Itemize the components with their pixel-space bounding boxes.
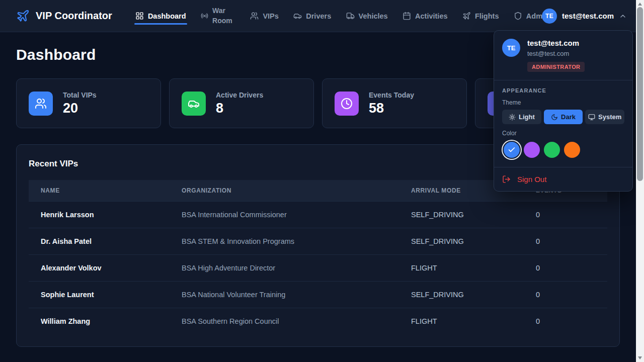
nav-item-dashboard[interactable]: Dashboard	[135, 12, 186, 20]
stat-label: Events Today	[369, 91, 414, 99]
nav-item-flights[interactable]: Flights	[462, 12, 499, 20]
nav-item-vehicles[interactable]: Vehicles	[346, 12, 388, 20]
table-row[interactable]: Alexander Volkov BSA High Adventure Dire…	[29, 255, 607, 282]
vip-arrival-mode: SELF_DRIVING	[399, 228, 524, 255]
brand-name: VIP Coordinator	[36, 10, 112, 22]
sign-out-button[interactable]: Sign Out	[494, 167, 632, 191]
app-logo-plane-icon	[16, 9, 30, 23]
avatar: TE	[502, 39, 520, 57]
log-out-icon	[502, 175, 511, 184]
nav-item-label: Activities	[415, 12, 447, 20]
nav-item-activities[interactable]: Activities	[403, 12, 447, 20]
vip-events: 0	[524, 202, 607, 228]
stat-label: Total VIPs	[63, 91, 97, 99]
user-email: test@test.com	[527, 50, 585, 57]
vip-name: Dr. Aisha Patel	[29, 228, 170, 255]
nav-item-label: Dashboard	[148, 12, 186, 20]
theme-button-label: System	[598, 113, 621, 121]
nav-item-label: Vehicles	[359, 12, 388, 20]
nav-item-label: Drivers	[306, 12, 331, 20]
calendar-icon	[403, 12, 411, 20]
nav-items: Dashboard War Room VIPs Drivers	[135, 6, 549, 26]
vip-organization: BSA International Commissioner	[170, 202, 399, 228]
vip-organization: BSA STEM & Innovation Programs	[170, 228, 399, 255]
role-badge: ADMINISTRATOR	[527, 62, 585, 72]
chevron-up-icon	[619, 12, 627, 20]
stat-label: Active Drivers	[216, 91, 263, 99]
table-row[interactable]: Henrik Larsson BSA International Commiss…	[29, 202, 607, 228]
nav-item-war-room[interactable]: War Room	[201, 6, 235, 26]
brand[interactable]: VIP Coordinator	[16, 9, 112, 23]
column-header-organization: ORGANIZATION	[170, 180, 399, 202]
nav-item-drivers[interactable]: Drivers	[293, 12, 331, 20]
vip-events: 0	[524, 255, 607, 282]
scrollbar-up-arrow-icon[interactable]	[638, 3, 642, 6]
color-swatch-group	[502, 140, 624, 159]
nav-item-label: Flights	[475, 12, 499, 20]
vip-organization: BSA High Adventure Director	[170, 255, 399, 282]
vip-name: Alexander Volkov	[29, 255, 170, 282]
avatar[interactable]: TE	[542, 9, 557, 24]
stat-card-total-vips: Total VIPs 20	[16, 78, 161, 128]
recent-vips-table: NAME ORGANIZATION ARRIVAL MODE EVENTS He…	[29, 180, 607, 334]
theme-label: Theme	[502, 99, 624, 106]
top-nav: VIP Coordinator Dashboard War Room VIPs	[0, 0, 636, 32]
color-swatch-orange[interactable]	[564, 142, 580, 158]
user-email: test@test.com	[562, 12, 614, 20]
nav-item-label: VIPs	[263, 12, 278, 20]
table-row[interactable]: William Zhang BSA Southern Region Counci…	[29, 308, 607, 335]
stat-card-events-today: Events Today 58	[322, 78, 467, 128]
stat-card-active-drivers: Active Drivers 8	[169, 78, 314, 128]
stat-value: 20	[63, 101, 97, 116]
scrollbar-down-arrow-icon[interactable]	[638, 356, 642, 359]
column-header-name: NAME	[29, 180, 170, 202]
theme-dark-button[interactable]: Dark	[544, 110, 583, 124]
appearance-heading: APPEARANCE	[502, 87, 624, 94]
vip-arrival-mode: SELF_DRIVING	[399, 282, 524, 308]
vip-events: 0	[524, 308, 607, 335]
vertical-scrollbar[interactable]	[636, 0, 644, 362]
color-swatch-blue[interactable]	[504, 142, 520, 158]
stat-value: 58	[369, 101, 414, 116]
appearance-section: APPEARANCE Theme Light Dark System	[494, 80, 632, 167]
layout-grid-icon	[135, 12, 144, 20]
radio-icon	[201, 12, 208, 20]
vip-arrival-mode: SELF_DRIVING	[399, 202, 524, 228]
theme-light-button[interactable]: Light	[502, 110, 541, 124]
stat-value: 8	[216, 101, 263, 116]
monitor-icon	[588, 114, 595, 121]
sign-out-label: Sign Out	[517, 175, 546, 184]
vip-name: Sophie Laurent	[29, 282, 170, 308]
theme-button-label: Light	[519, 113, 535, 121]
car-icon	[182, 92, 206, 116]
user-menu-trigger[interactable]: TE test@test.com	[542, 9, 627, 24]
color-swatch-purple[interactable]	[524, 142, 540, 158]
vip-arrival-mode: FLIGHT	[399, 308, 524, 335]
nav-item-vips[interactable]: VIPs	[250, 12, 278, 20]
vip-name: William Zhang	[29, 308, 170, 335]
theme-toggle-group: Light Dark System	[502, 110, 624, 124]
user-dropdown-menu: TE test@test.com test@test.com ADMINISTR…	[494, 30, 633, 192]
vip-arrival-mode: FLIGHT	[399, 255, 524, 282]
clock-icon	[335, 92, 359, 116]
check-icon	[508, 146, 516, 154]
vip-events: 0	[524, 282, 607, 308]
vip-name: Henrik Larsson	[29, 202, 170, 228]
sun-icon	[509, 114, 516, 121]
vip-organization: BSA Southern Region Council	[170, 308, 399, 335]
table-row[interactable]: Dr. Aisha Patel BSA STEM & Innovation Pr…	[29, 228, 607, 255]
shield-icon	[514, 12, 522, 20]
vip-events: 0	[524, 228, 607, 255]
nav-item-label: War Room	[212, 6, 235, 26]
moon-icon	[551, 114, 558, 121]
color-swatch-green[interactable]	[544, 142, 560, 158]
scrollbar-thumb[interactable]	[637, 7, 643, 181]
car-icon	[293, 12, 302, 20]
table-row[interactable]: Sophie Laurent BSA National Volunteer Tr…	[29, 282, 607, 308]
truck-icon	[346, 12, 355, 20]
color-label: Color	[502, 130, 624, 137]
users-icon	[250, 12, 259, 20]
theme-system-button[interactable]: System	[585, 110, 624, 124]
user-menu-header: TE test@test.com test@test.com ADMINISTR…	[494, 31, 632, 80]
user-name: test@test.com	[527, 39, 585, 47]
